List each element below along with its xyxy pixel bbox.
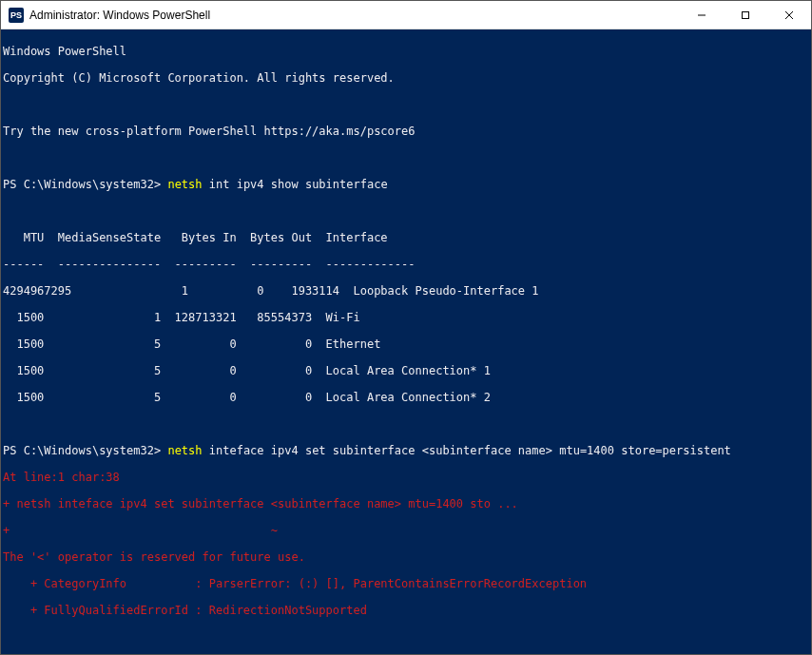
blank	[3, 630, 811, 644]
prompt-line-2: PS C:\Windows\system32> netsh inteface i…	[3, 444, 811, 457]
table-sep: ------ --------------- --------- -------…	[3, 258, 811, 271]
try-line: Try the new cross-platform PowerShell ht…	[3, 125, 811, 138]
table-header: MTU MediaSenseState Bytes In Bytes Out I…	[3, 231, 811, 244]
error-line: + ~	[3, 524, 811, 537]
svg-rect-1	[743, 11, 749, 18]
prompt-line-1: PS C:\Windows\system32> netsh int ipv4 s…	[3, 178, 811, 191]
window-controls	[680, 1, 811, 29]
powershell-icon: PS	[9, 8, 24, 23]
close-button[interactable]	[767, 1, 811, 29]
maximize-button[interactable]	[724, 1, 767, 29]
copyright-line: Copyright (C) Microsoft Corporation. All…	[3, 71, 811, 85]
header-line: Windows PowerShell	[3, 45, 811, 58]
title-left: PS Administrator: Windows PowerShell	[1, 8, 210, 23]
table-row: 1500 5 0 0 Ethernet	[3, 337, 811, 351]
blank	[3, 417, 811, 431]
blank	[3, 98, 811, 111]
minimize-button[interactable]	[680, 1, 724, 29]
blank	[3, 151, 811, 164]
window-title: Administrator: Windows PowerShell	[29, 9, 210, 22]
cmd-netsh: netsh	[167, 444, 202, 457]
error-line: + CategoryInfo : ParserError: (:) [], Pa…	[3, 577, 811, 590]
table-row: 1500 5 0 0 Local Area Connection* 2	[3, 391, 811, 404]
window-frame: PS Administrator: Windows PowerShell Win…	[0, 0, 812, 655]
blank	[3, 204, 811, 218]
error-line: At line:1 char:38	[3, 471, 811, 484]
table-row: 1500 5 0 0 Local Area Connection* 1	[3, 364, 811, 377]
table-row: 1500 1 128713321 85554373 Wi-Fi	[3, 311, 811, 324]
error-line: The '<' operator is reserved for future …	[3, 550, 811, 564]
cmd-netsh: netsh	[167, 178, 202, 191]
terminal-area[interactable]: Windows PowerShell Copyright (C) Microso…	[1, 29, 811, 654]
error-line: + FullyQualifiedErrorId : RedirectionNot…	[3, 604, 811, 617]
table-row: 4294967295 1 0 1933114 Loopback Pseudo-I…	[3, 284, 811, 298]
error-line: + netsh inteface ipv4 set subinterface <…	[3, 497, 811, 511]
titlebar[interactable]: PS Administrator: Windows PowerShell	[1, 1, 811, 29]
